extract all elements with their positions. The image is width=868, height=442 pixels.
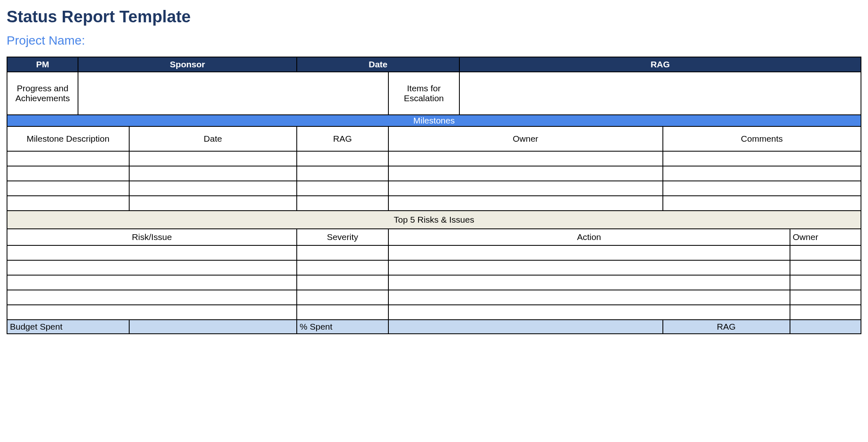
risk-issue-header: Risk/Issue (7, 229, 297, 245)
table-row[interactable] (663, 196, 861, 211)
table-row[interactable] (129, 166, 297, 181)
milestones-bar: Milestones (7, 115, 861, 126)
table-row[interactable] (129, 196, 297, 211)
table-row[interactable] (7, 290, 297, 305)
table-row[interactable] (129, 181, 297, 196)
milestone-desc-header: Milestone Description (7, 126, 129, 151)
table-row[interactable] (297, 245, 388, 260)
table-row[interactable] (129, 151, 297, 166)
header-date: Date (297, 57, 459, 72)
table-row[interactable] (388, 245, 790, 260)
risks-bar: Top 5 Risks & Issues (7, 211, 861, 229)
table-row[interactable] (7, 151, 129, 166)
project-name-label: Project Name: (7, 33, 861, 48)
table-row[interactable] (388, 196, 663, 211)
table-row[interactable] (790, 275, 861, 290)
budget-rag-label: RAG (663, 320, 790, 334)
table-row[interactable] (388, 305, 790, 320)
document-title: Status Report Template (7, 7, 861, 26)
escalation-label: Items for Escalation (388, 72, 459, 115)
table-row[interactable] (297, 151, 388, 166)
table-row[interactable] (7, 196, 129, 211)
table-row[interactable] (297, 290, 388, 305)
milestone-rag-header: RAG (297, 126, 388, 151)
table-row[interactable] (663, 166, 861, 181)
table-row[interactable] (7, 275, 297, 290)
milestone-owner-header: Owner (388, 126, 663, 151)
table-row[interactable] (790, 260, 861, 275)
table-row[interactable] (388, 290, 790, 305)
header-rag: RAG (459, 57, 861, 72)
budget-spent-cell[interactable] (129, 320, 297, 334)
risk-action-header: Action (388, 229, 790, 245)
table-row[interactable] (7, 305, 297, 320)
table-row[interactable] (297, 196, 388, 211)
table-row[interactable] (388, 275, 790, 290)
table-row[interactable] (297, 275, 388, 290)
table-row[interactable] (663, 151, 861, 166)
table-row[interactable] (388, 166, 663, 181)
budget-pct-label: % Spent (297, 320, 388, 334)
table-row[interactable] (790, 290, 861, 305)
risk-severity-header: Severity (297, 229, 388, 245)
escalation-cell[interactable] (459, 72, 861, 115)
table-row[interactable] (7, 166, 129, 181)
risk-owner-header: Owner (790, 229, 861, 245)
progress-achievements-cell[interactable] (78, 72, 388, 115)
status-report-table: PM Sponsor Date RAG Progress and Achieve… (7, 57, 861, 334)
budget-pct-cell[interactable] (388, 320, 663, 334)
budget-rag-cell[interactable] (790, 320, 861, 334)
header-sponsor: Sponsor (78, 57, 297, 72)
table-row[interactable] (790, 305, 861, 320)
milestone-comments-header: Comments (663, 126, 861, 151)
budget-spent-label: Budget Spent (7, 320, 129, 334)
header-pm: PM (7, 57, 78, 72)
table-row[interactable] (7, 260, 297, 275)
milestone-date-header: Date (129, 126, 297, 151)
table-row[interactable] (7, 181, 129, 196)
table-row[interactable] (790, 245, 861, 260)
table-row[interactable] (297, 305, 388, 320)
table-row[interactable] (7, 245, 297, 260)
progress-achievements-label: Progress and Achievements (7, 72, 78, 115)
table-row[interactable] (388, 151, 663, 166)
table-row[interactable] (297, 260, 388, 275)
table-row[interactable] (388, 260, 790, 275)
table-row[interactable] (663, 181, 861, 196)
table-row[interactable] (297, 166, 388, 181)
table-row[interactable] (388, 181, 663, 196)
table-row[interactable] (297, 181, 388, 196)
